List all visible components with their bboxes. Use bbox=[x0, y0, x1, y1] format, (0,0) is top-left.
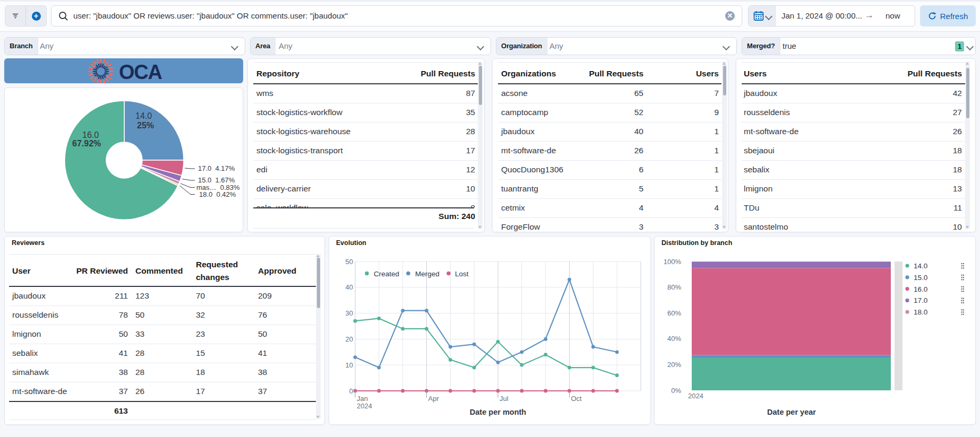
svg-text:14.0: 14.0 bbox=[914, 262, 927, 270]
svg-text:30: 30 bbox=[346, 309, 353, 317]
svg-text:17.0 4.17%: 17.0 4.17% bbox=[198, 164, 235, 172]
svg-text:20%: 20% bbox=[667, 361, 681, 369]
svg-text:Date per year: Date per year bbox=[767, 408, 816, 416]
svg-text:40%: 40% bbox=[667, 335, 681, 343]
svg-text:20: 20 bbox=[346, 335, 353, 343]
svg-text:100%: 100% bbox=[664, 258, 682, 266]
svg-text:50: 50 bbox=[346, 258, 353, 266]
svg-text:Apr: Apr bbox=[428, 395, 440, 403]
svg-text:67.92%: 67.92% bbox=[72, 139, 101, 148]
svg-text:Jul: Jul bbox=[500, 395, 509, 403]
svg-text:Created: Created bbox=[374, 270, 399, 278]
svg-text:16.0: 16.0 bbox=[914, 285, 927, 293]
svg-text:17.0: 17.0 bbox=[914, 296, 927, 304]
svg-text:2024: 2024 bbox=[688, 392, 703, 400]
svg-text:40: 40 bbox=[346, 283, 353, 291]
svg-text:80%: 80% bbox=[667, 283, 681, 291]
svg-text:14.0: 14.0 bbox=[135, 111, 152, 120]
svg-text:10: 10 bbox=[346, 361, 353, 369]
svg-text:0%: 0% bbox=[671, 387, 681, 395]
svg-text:Lost: Lost bbox=[455, 270, 469, 278]
svg-text:60%: 60% bbox=[667, 309, 681, 317]
svg-text:OCA: OCA bbox=[119, 61, 162, 83]
svg-text:15.0: 15.0 bbox=[914, 274, 927, 282]
svg-text:Date per month: Date per month bbox=[470, 408, 526, 416]
svg-text:Jan: Jan bbox=[357, 395, 368, 403]
svg-text:18.0: 18.0 bbox=[914, 308, 927, 316]
svg-text:16.0: 16.0 bbox=[82, 130, 99, 139]
svg-text:2024: 2024 bbox=[357, 402, 372, 410]
svg-text:Merged: Merged bbox=[415, 270, 440, 278]
svg-text:0: 0 bbox=[349, 387, 353, 395]
svg-text:18.0 0.42%: 18.0 0.42% bbox=[199, 190, 236, 198]
svg-text:25%: 25% bbox=[137, 121, 154, 130]
svg-text:Oct: Oct bbox=[571, 395, 582, 403]
